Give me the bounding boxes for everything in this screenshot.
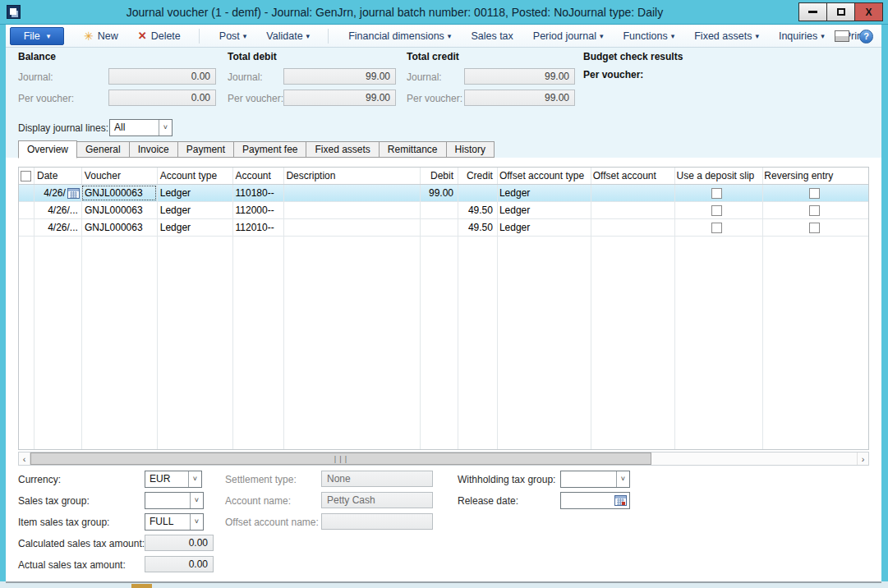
voucher-cell[interactable]: GNJL000063 <box>81 185 157 201</box>
debit-cell[interactable] <box>419 219 457 236</box>
toolbar-separator <box>328 29 329 44</box>
date-cell[interactable]: 4/26/... <box>34 219 81 236</box>
account-cell[interactable]: 112000-- <box>232 202 283 218</box>
debit-cell[interactable] <box>419 202 457 218</box>
scroll-right-arrow[interactable]: › <box>857 452 868 465</box>
calendar-icon[interactable] <box>67 188 80 199</box>
item-sales-tax-group-select[interactable]: FULL ˅ <box>145 513 204 531</box>
use-deposit-slip-checkbox[interactable] <box>711 205 722 216</box>
settlement-type-field: None <box>321 471 433 487</box>
new-button[interactable]: ✳ New <box>84 30 118 43</box>
tab-history[interactable]: History <box>447 141 495 158</box>
col-header-account[interactable]: Account <box>232 168 283 184</box>
menu-post[interactable]: Post ▾ <box>219 30 247 42</box>
tab-overview[interactable]: Overview <box>18 140 77 158</box>
offset-account-cell[interactable] <box>590 185 674 201</box>
col-header-offset-account[interactable]: Offset account <box>590 168 674 184</box>
col-header-credit[interactable]: Credit <box>457 168 496 184</box>
tab-payment[interactable]: Payment <box>178 141 234 158</box>
file-menu-button[interactable]: File ▾ <box>10 27 64 45</box>
total-credit-section-title: Total credit <box>407 51 459 62</box>
withholding-tax-group-select[interactable]: ˅ <box>560 471 630 488</box>
credit-cell[interactable]: 49.50 <box>457 202 496 218</box>
release-date-field[interactable] <box>560 492 630 509</box>
tab-remittance[interactable]: Remittance <box>380 141 447 158</box>
offset-account-type-cell[interactable]: Ledger <box>496 219 590 236</box>
col-header-description[interactable]: Description <box>283 168 419 184</box>
maximize-button[interactable] <box>826 2 855 21</box>
display-journal-lines-select[interactable]: All ˅ <box>109 119 173 136</box>
reversing-entry-checkbox[interactable] <box>809 188 820 199</box>
voucher-cell[interactable]: GNJL000063 <box>81 202 157 218</box>
tab-invoice[interactable]: Invoice <box>130 141 178 158</box>
row-select-cell[interactable] <box>19 219 34 236</box>
calendar-icon[interactable] <box>614 495 627 506</box>
table-row[interactable]: 4/26/... GNJL000063 Ledger 112000-- 49.5… <box>19 202 868 218</box>
menu-sales-tax[interactable]: Sales tax <box>471 30 513 42</box>
tab-fixed-assets[interactable]: Fixed assets <box>306 141 379 158</box>
menu-period-journal[interactable]: Period journal ▾ <box>533 30 604 42</box>
account-cell[interactable]: 110180-- <box>232 185 283 201</box>
menu-fixed-assets[interactable]: Fixed assets ▾ <box>694 30 759 42</box>
offset-account-type-cell[interactable]: Ledger <box>496 185 590 201</box>
minimize-button[interactable] <box>798 2 827 21</box>
account-name-label: Account name: <box>225 495 291 507</box>
use-deposit-slip-checkbox[interactable] <box>711 223 722 233</box>
col-header-use-deposit-slip[interactable]: Use a deposit slip <box>674 168 761 184</box>
account-type-cell[interactable]: Ledger <box>157 219 232 236</box>
date-cell[interactable]: 4/26/... <box>34 202 81 218</box>
offset-account-type-cell[interactable]: Ledger <box>496 202 590 218</box>
budget-per-voucher-label: Per voucher: <box>583 69 643 80</box>
scrollbar-thumb[interactable]: ||| <box>30 452 651 465</box>
account-type-cell[interactable]: Ledger <box>157 202 232 218</box>
toolbar-separator <box>199 29 200 44</box>
account-type-cell[interactable]: Ledger <box>157 185 232 201</box>
col-header-offset-account-type[interactable]: Offset account type <box>496 168 590 184</box>
tab-payment-fee[interactable]: Payment fee <box>234 141 306 158</box>
offset-account-cell[interactable] <box>590 202 674 218</box>
col-header-account-type[interactable]: Account type <box>157 168 232 184</box>
chevron-down-icon: ▾ <box>448 32 452 40</box>
menu-financial-dimensions[interactable]: Financial dimensions ▾ <box>348 30 451 42</box>
select-all-checkbox[interactable] <box>21 171 31 181</box>
delete-button[interactable]: ✕ Delete <box>138 30 181 42</box>
credit-cell[interactable] <box>457 185 496 201</box>
close-button[interactable]: X <box>854 2 883 21</box>
withholding-tax-group-label: Withholding tax group: <box>458 474 555 485</box>
sales-tax-group-select[interactable]: ˅ <box>145 492 204 509</box>
menu-validate[interactable]: Validate ▾ <box>266 30 310 42</box>
window-layout-icon[interactable] <box>835 30 849 42</box>
offset-account-name-label: Offset account name: <box>225 517 319 528</box>
menu-functions[interactable]: Functions ▾ <box>623 30 674 42</box>
menu-inquiries[interactable]: Inquiries ▾ <box>779 30 825 42</box>
scroll-left-arrow[interactable]: ‹ <box>19 452 30 465</box>
table-row[interactable]: 4/26/... GNJL000063 Ledger 112010-- 49.5… <box>19 219 868 236</box>
col-header-voucher[interactable]: Voucher <box>81 168 157 184</box>
description-cell[interactable] <box>283 202 419 218</box>
help-icon[interactable]: ? <box>859 30 873 44</box>
debit-cell[interactable]: 99.00 <box>419 185 457 201</box>
offset-account-cell[interactable] <box>590 219 674 236</box>
table-row[interactable]: 4/26/ GNJL000063 Ledger 110180-- 99.00 L… <box>19 185 868 201</box>
tab-general[interactable]: General <box>77 141 130 158</box>
description-cell[interactable] <box>283 219 419 236</box>
reversing-entry-checkbox[interactable] <box>809 205 820 216</box>
horizontal-scrollbar[interactable]: ‹ ||| › <box>18 452 869 466</box>
col-header-debit[interactable]: Debit <box>419 168 457 184</box>
currency-select[interactable]: EUR ˅ <box>145 471 202 488</box>
use-deposit-slip-checkbox[interactable] <box>711 188 722 199</box>
description-cell[interactable] <box>283 185 419 201</box>
settlement-type-label: Settlement type: <box>225 474 297 485</box>
col-header-reversing-entry[interactable]: Reversing entry <box>761 168 868 184</box>
row-select-cell[interactable] <box>19 202 34 218</box>
sales-tax-group-label: Sales tax group: <box>18 495 90 507</box>
account-cell[interactable]: 112010-- <box>232 219 283 236</box>
row-select-cell[interactable] <box>19 185 34 201</box>
col-header-date[interactable]: Date <box>34 168 81 184</box>
voucher-cell[interactable]: GNJL000063 <box>81 219 157 236</box>
reversing-entry-checkbox[interactable] <box>809 223 820 233</box>
credit-cell[interactable]: 49.50 <box>457 219 496 236</box>
select-all-cell <box>19 168 34 184</box>
chevron-down-icon: ˅ <box>616 471 629 487</box>
date-cell[interactable]: 4/26/ <box>34 185 81 201</box>
